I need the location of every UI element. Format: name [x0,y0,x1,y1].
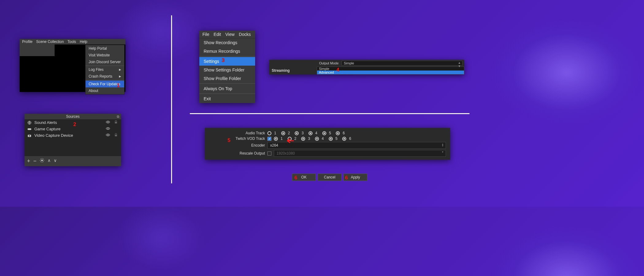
svg-rect-8 [115,135,117,136]
menu-profile[interactable]: Profile [22,40,33,44]
help-join-discord[interactable]: Join Discord Server [86,59,124,65]
gamepad-icon [27,127,32,131]
audio-track-3-radio[interactable] [295,131,299,135]
panel1-left-strip [20,44,55,56]
annotation-1: 1 [117,82,120,89]
vod-enable-checkbox[interactable]: ✓ [267,137,271,141]
source-game-capture[interactable]: Game Capture [25,126,121,132]
source-video-capture[interactable]: Video Capture Device [25,132,121,139]
source-label: Video Capture Device [34,133,103,138]
visibility-icon[interactable] [105,133,111,138]
file-show-settings-folder[interactable]: Show Settings Folder [199,66,255,74]
track-num: 1 [281,136,283,141]
track-num: 4 [322,136,324,141]
vod-track-5-radio[interactable] [329,137,333,141]
output-mode-value: Simple [344,61,354,65]
output-mode-label: Output Mode [271,61,342,65]
menu-separator [199,83,255,84]
menu-scene-collection[interactable]: Scene Collection [36,40,64,44]
visibility-icon[interactable] [105,126,111,132]
track-num: 4 [315,131,317,135]
vod-track-row: Twitch VOD Track ✓ 1 2 3 4 5 6 [205,136,450,141]
sources-panel: Sources ⧉ Sound Alerts Game Capture Vide… [25,114,121,166]
file-show-profile-folder[interactable]: Show Profile Folder [199,74,255,83]
file-menubar: File Edit View Docks P [199,31,255,38]
audio-track-4-radio[interactable] [309,131,312,135]
svg-point-4 [107,128,109,129]
audio-track-6-radio[interactable] [336,131,340,135]
source-sound-alerts[interactable]: Sound Alerts [25,119,121,126]
move-up-button[interactable]: ∧ [48,158,51,164]
annotation-6a: 6 [294,175,297,181]
vod-track-label: Twitch VOD Track [208,136,265,141]
encoder-label: Encoder [208,143,265,148]
output-mode-dropdown[interactable]: Simple ▲▼ [342,61,462,66]
chevron-right-icon: ▶ [119,75,121,78]
track-num: 6 [343,131,345,135]
help-portal[interactable]: Help Portal [86,45,124,52]
menu-file[interactable]: File [202,32,209,37]
vod-track-6-radio[interactable] [342,137,346,141]
menu-edit[interactable]: Edit [214,32,221,37]
menu-separator [86,80,124,80]
annotation-5: 5 [228,137,230,144]
visibility-icon[interactable] [105,120,111,125]
svg-point-6 [29,135,30,136]
file-show-recordings[interactable]: Show Recordings [199,38,255,47]
popout-icon[interactable]: ⧉ [117,115,119,119]
rescale-checkbox[interactable] [267,151,271,155]
dialog-buttons: OK Cancel Apply [292,174,367,181]
vod-track-1-radio[interactable] [274,137,278,141]
red-arrow-icon [287,137,296,145]
move-down-button[interactable]: ∨ [54,158,57,164]
chevron-down-icon: ▼ [442,151,444,153]
source-settings-button[interactable] [40,158,44,164]
file-menu-panel: File Edit View Docks P Show Recordings R… [199,31,255,103]
source-label: Sound Alerts [34,120,103,125]
audio-track-5-radio[interactable] [322,131,326,135]
track-num: 3 [301,131,304,135]
encoder-value: x264 [270,143,278,148]
menu-view[interactable]: View [225,32,235,37]
globe-icon [27,121,32,125]
remove-source-button[interactable]: − [33,158,37,164]
file-remux-recordings[interactable]: Remux Recordings [199,47,255,56]
cancel-button[interactable]: Cancel [318,174,342,181]
lock-icon[interactable] [113,133,119,138]
encoder-row: Encoder x264 ▲▼ [205,141,450,149]
help-visit-website[interactable]: Visit Website [86,52,124,59]
track-num: 5 [335,136,338,141]
vod-track-3-radio[interactable] [301,137,305,141]
vod-track-4-radio[interactable] [315,137,319,141]
file-always-on-top[interactable]: Always On Top [199,84,255,93]
annotation-3: 3 [222,57,224,63]
track-num: 5 [329,131,331,135]
sources-list: Sound Alerts Game Capture Video Capture … [25,119,121,156]
audio-track-2-radio[interactable] [281,131,285,135]
help-menu-panel: Profile Scene Collection Tools Help Help… [20,39,125,92]
lock-icon[interactable] [113,120,119,125]
file-settings[interactable]: Settings [199,57,255,66]
menu-tools[interactable]: Tools [67,40,76,44]
annotation-2: 2 [73,121,76,128]
rescale-row: Rescale Output 1920x1080 ▼ [205,149,450,157]
add-source-button[interactable]: + [27,158,30,164]
help-crash-reports[interactable]: Crash Reports▶ [86,73,124,80]
menu-docks[interactable]: Docks [239,32,251,37]
track-num: 3 [308,136,310,141]
file-exit[interactable]: Exit [199,94,255,103]
menu-help[interactable]: Help [80,40,87,44]
audio-track-1-radio[interactable] [267,131,271,135]
audio-track-panel: Audio Track 1 2 3 4 5 6 Twitch VOD Track… [205,128,450,160]
track-num: 1 [274,131,276,135]
horizontal-divider [190,113,470,114]
camera-icon [27,133,32,138]
track-num: 2 [288,131,290,135]
menu-separator [86,66,124,66]
rescale-dropdown[interactable]: 1920x1080 ▼ [274,150,446,157]
source-label: Game Capture [34,127,103,131]
help-log-files[interactable]: Log Files▶ [86,66,124,73]
annotation-4: 4 [336,67,339,73]
menu-separator [199,56,255,56]
svg-point-9 [41,160,43,161]
